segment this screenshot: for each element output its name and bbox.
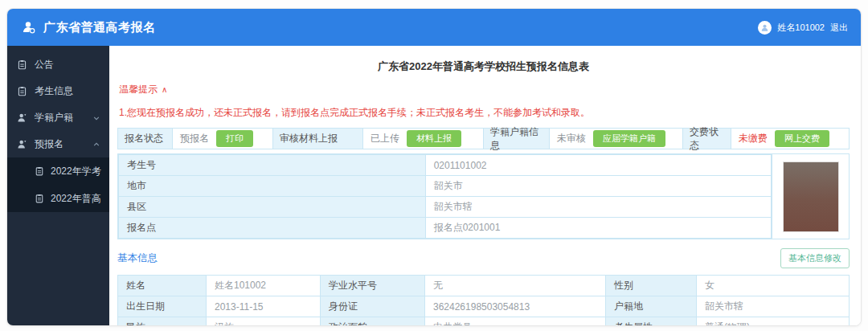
user-edit-icon	[22, 20, 36, 35]
user-name: 姓名101002	[777, 22, 825, 34]
sidebar-item-label: 公告	[35, 58, 54, 72]
edit-basic-info-button[interactable]: 基本信息修改	[780, 248, 850, 268]
table-row: 县区 韶关市辖	[119, 197, 772, 218]
cell-label: 学业水平号	[321, 276, 425, 296]
cell-value: 362426198503054813	[425, 296, 606, 317]
row-value: 韶关市辖	[425, 197, 771, 218]
cell-value: 中共党员	[425, 317, 606, 327]
print-button[interactable]: 打印	[216, 130, 253, 147]
status-value-unpaid: 未缴费	[739, 132, 768, 145]
sidebar-item-announcements[interactable]: 公告	[7, 51, 109, 78]
logout-link[interactable]: 退出	[830, 22, 848, 34]
candidate-photo	[783, 161, 839, 232]
row-label: 地市	[119, 176, 426, 197]
cell-label: 出生日期	[118, 296, 207, 317]
cell-label: 性别	[606, 276, 697, 296]
table-row: 报名点 报名点0201001	[119, 218, 772, 239]
row-value: 报名点0201001	[425, 218, 771, 239]
cell-value: 普通(物理)	[697, 317, 850, 327]
section-title-basic-info: 基本信息	[117, 251, 158, 265]
sidebar-item-preregistration[interactable]: 预报名	[7, 131, 109, 157]
status-cell-payment: 未缴费 网上交费	[731, 129, 849, 149]
sidebar-item-label: 预报名	[35, 137, 63, 151]
sidebar-subitem-label: 2022年普高	[51, 192, 101, 206]
clipboard-icon	[17, 86, 27, 96]
tips-toggle[interactable]: 温馨提示 ∧	[119, 83, 850, 96]
person-icon	[17, 112, 27, 123]
sidebar-subitem-label: 2022年学考	[51, 165, 101, 178]
row-label: 报名点	[119, 218, 426, 239]
row-label: 考生号	[119, 155, 426, 176]
chevron-down-icon	[93, 112, 100, 124]
cell-label: 民族	[118, 317, 207, 327]
upload-materials-button[interactable]: 材料上报	[407, 130, 461, 147]
table-row: 民族 汉族 政治面貌 中共党员 考生属性 普通(物理)	[118, 317, 850, 327]
row-value: 韶关市	[425, 176, 771, 197]
cell-value: 2013-11-15	[207, 296, 321, 317]
table-row: 考生号 0201101002	[119, 155, 772, 176]
sidebar-item-candidate-info[interactable]: 考生信息	[7, 78, 109, 104]
registration-info-panel: 考生号 0201101002 地市 韶关市 县区 韶关市辖 报名点	[117, 153, 850, 239]
table-row: 地市 韶关市	[119, 176, 772, 197]
cell-value: 汉族	[207, 317, 321, 327]
preregistration-submenu: 2022年学考 2022年普高	[7, 157, 109, 212]
registration-table: 考生号 0201101002 地市 韶关市 县区 韶关市辖 报名点	[118, 154, 772, 239]
page-title: 广东省2022年普通高考学校招生预报名信息表	[117, 59, 850, 74]
cell-value: 无	[425, 276, 606, 296]
cell-label: 政治面貌	[321, 317, 425, 327]
avatar	[758, 21, 772, 35]
tips-label: 温馨提示	[119, 83, 158, 96]
cell-value: 姓名101002	[207, 276, 321, 296]
sidebar-subitem-2022-xuekao[interactable]: 2022年学考	[7, 157, 109, 185]
status-bar: 报名状态 预报名 打印 审核材料上报 已上传 材料上报 学籍户籍信息 未审核 应…	[117, 128, 850, 149]
collapse-caret-icon: ∧	[162, 85, 167, 94]
main-content: 广东省2022年普通高考学校招生预报名信息表 温馨提示 ∧ 1.您现在预报名成功…	[109, 46, 861, 326]
online-payment-button[interactable]: 网上交费	[775, 130, 829, 147]
sidebar: 公告 考生信息 学籍户籍 预报名	[7, 46, 109, 326]
app-title: 广东省普通高考报名	[43, 20, 156, 35]
basic-info-table: 姓名 姓名101002 学业水平号 无 性别 女 出生日期 2013-11-15…	[117, 275, 850, 326]
status-value: 已上传	[371, 132, 399, 145]
status-cell-registration: 预报名 打印	[173, 129, 273, 149]
table-row: 出生日期 2013-11-15 身份证 362426198503054813 户…	[118, 296, 850, 317]
status-label: 学籍户籍信息	[484, 129, 550, 149]
cell-label: 姓名	[118, 276, 207, 296]
sidebar-item-label: 考生信息	[35, 84, 73, 98]
person-icon	[17, 139, 27, 149]
clipboard-icon	[17, 59, 27, 70]
table-row: 姓名 姓名101002 学业水平号 无 性别 女	[118, 276, 850, 296]
status-label: 审核材料上报	[273, 129, 363, 149]
cell-label: 考生属性	[606, 317, 697, 327]
clipboard-icon	[35, 166, 44, 176]
cell-value: 韶关市辖	[697, 296, 850, 317]
warning-text: 1.您现在预报名成功，还未正式报名，请到报名点完成正式报名手续；未正式报名考生，…	[119, 106, 850, 120]
status-value: 预报名	[180, 132, 209, 145]
photo-cell	[772, 154, 849, 239]
row-label: 县区	[119, 197, 426, 218]
status-label: 报名状态	[118, 129, 173, 149]
sidebar-item-label: 学籍户籍	[35, 111, 73, 125]
app-window: 广东省普通高考报名 姓名101002 退出 公告 考生信息	[6, 8, 862, 326]
chevron-up-icon	[93, 139, 100, 150]
status-value: 未审核	[557, 132, 586, 145]
app-header: 广东省普通高考报名 姓名101002 退出	[7, 9, 861, 46]
cell-label: 身份证	[321, 296, 425, 317]
status-label: 交费状态	[683, 129, 731, 149]
status-cell-materials: 已上传 材料上报	[363, 129, 484, 149]
row-value: 0201101002	[425, 155, 771, 176]
cell-label: 户籍地	[606, 296, 697, 317]
sidebar-subitem-2022-pugao[interactable]: 2022年普高	[7, 185, 109, 212]
cell-value: 女	[697, 276, 850, 296]
sidebar-item-hukou-records[interactable]: 学籍户籍	[7, 104, 109, 131]
hukou-records-button[interactable]: 应届学籍户籍	[593, 130, 665, 147]
status-cell-hukou: 未审核 应届学籍户籍	[550, 129, 683, 149]
clipboard-icon	[35, 194, 44, 203]
